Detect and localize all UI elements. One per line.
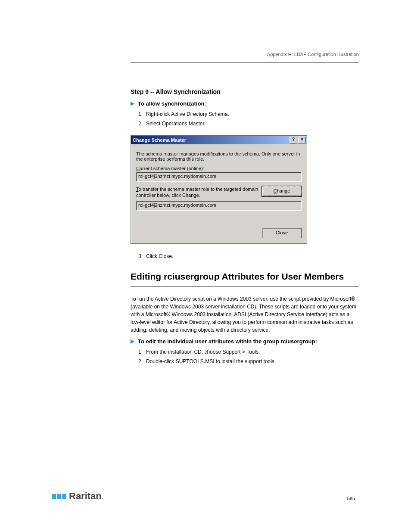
dialog-title: Change Schema Master <box>133 137 289 143</box>
target-dc-field: rci-gcf4j2nzmzt.mypc.mydomain.com <box>136 201 302 211</box>
arrow-icon <box>131 339 134 344</box>
page: Appendix H: LDAP Configuration Illustrat… <box>0 0 411 532</box>
list-item-text: Right-click Active Directory Schema. <box>146 111 229 117</box>
section-rule <box>131 286 359 286</box>
dialog-description: The schema master manages modifications … <box>136 151 302 162</box>
transfer-label: To transfer the schema master role to th… <box>136 186 262 198</box>
step9-list: 1.Right-click Active Directory Schema. 2… <box>138 110 359 128</box>
content-column: Appendix H: LDAP Configuration Illustrat… <box>131 52 359 373</box>
header-rule <box>131 62 359 62</box>
step9-list-cont: 3.Click Close. <box>138 252 359 260</box>
procedure-intro-text: To allow synchronization: <box>138 100 206 107</box>
dialog-titlebar: Change Schema Master ? × <box>131 136 307 144</box>
current-master-field: rci-gcf4j2nzmzt.mypc.mydomain.com <box>136 172 302 182</box>
change-button[interactable]: Change <box>262 186 302 196</box>
list-item: 2.Double-click SUPTOOLS.MSI to install t… <box>138 358 359 365</box>
change-schema-master-dialog: Change Schema Master ? × The schema mast… <box>131 135 307 244</box>
list-item-text: From the installation CD, choose Support… <box>146 349 260 355</box>
help-icon[interactable]: ? <box>290 137 297 143</box>
list-item: 1.From the installation CD, choose Suppo… <box>138 348 359 356</box>
section2-list: 1.From the installation CD, choose Suppo… <box>138 348 359 365</box>
close-icon[interactable]: × <box>298 137 306 143</box>
procedure2-intro-text: To edit the individual user attributes w… <box>138 338 317 345</box>
dialog-footer-buttons: Close <box>136 228 302 238</box>
current-master-label: Current schema master (online): <box>136 166 302 171</box>
step9-title: Step 9 -- Allow Synchronization <box>131 88 359 95</box>
list-item: 2.Select Operations Master. <box>138 120 359 128</box>
brand-name: Raritan <box>69 491 102 502</box>
list-item: 1.Right-click Active Directory Schema. <box>138 110 359 118</box>
brand-logo: Raritan. <box>52 491 104 502</box>
section2-paragraph: To run the Active Directory script on a … <box>131 295 359 334</box>
procedure-intro-row: To allow synchronization: <box>131 100 359 107</box>
dialog-body: The schema master manages modifications … <box>131 144 307 243</box>
close-button[interactable]: Close <box>262 228 302 238</box>
appendix-header: Appendix H: LDAP Configuration Illustrat… <box>131 52 359 57</box>
list-item-text: Select Operations Master. <box>146 121 206 127</box>
editing-attributes-heading: Editing rciusergroup Attributes for User… <box>131 271 359 282</box>
procedure2-intro-row: To edit the individual user attributes w… <box>131 338 359 345</box>
transfer-row: To transfer the schema master role to th… <box>136 186 302 198</box>
list-item: 3.Click Close. <box>138 252 359 260</box>
list-item-text: Double-click SUPTOOLS.MSI to install the… <box>146 358 276 364</box>
page-number: 585 <box>347 496 355 501</box>
arrow-icon <box>131 102 134 106</box>
logo-icon <box>52 492 66 501</box>
list-item-text: Click Close. <box>146 253 173 259</box>
